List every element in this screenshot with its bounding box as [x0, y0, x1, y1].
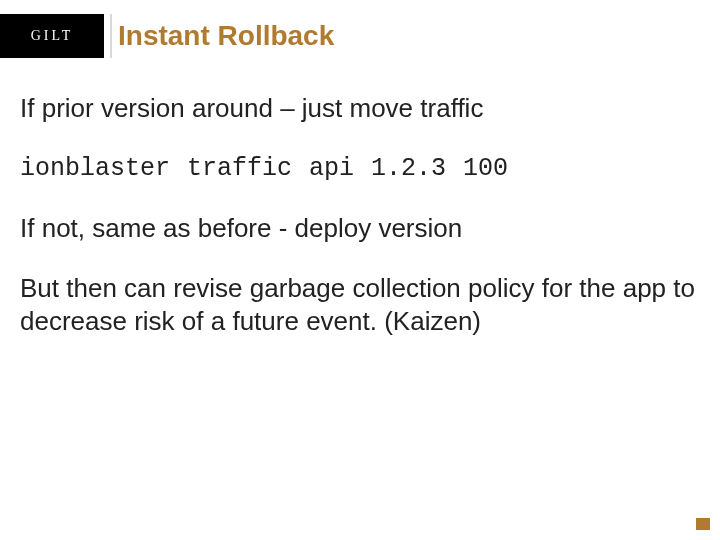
body-area: If prior version around – just move traf…	[20, 92, 700, 365]
paragraph-2: If not, same as before - deploy version	[20, 212, 700, 245]
page-title: Instant Rollback	[118, 20, 334, 52]
title-divider	[110, 14, 112, 58]
brand-logo: GILT	[0, 14, 104, 58]
paragraph-1: If prior version around – just move traf…	[20, 92, 700, 125]
header-band: GILT Instant Rollback	[0, 14, 720, 58]
paragraph-3: But then can revise garbage collection p…	[20, 272, 700, 337]
brand-logo-text: GILT	[31, 28, 74, 44]
accent-square-icon	[696, 518, 710, 530]
slide: GILT Instant Rollback If prior version a…	[0, 0, 720, 540]
command-line: ionblaster traffic api 1.2.3 100	[20, 153, 700, 184]
